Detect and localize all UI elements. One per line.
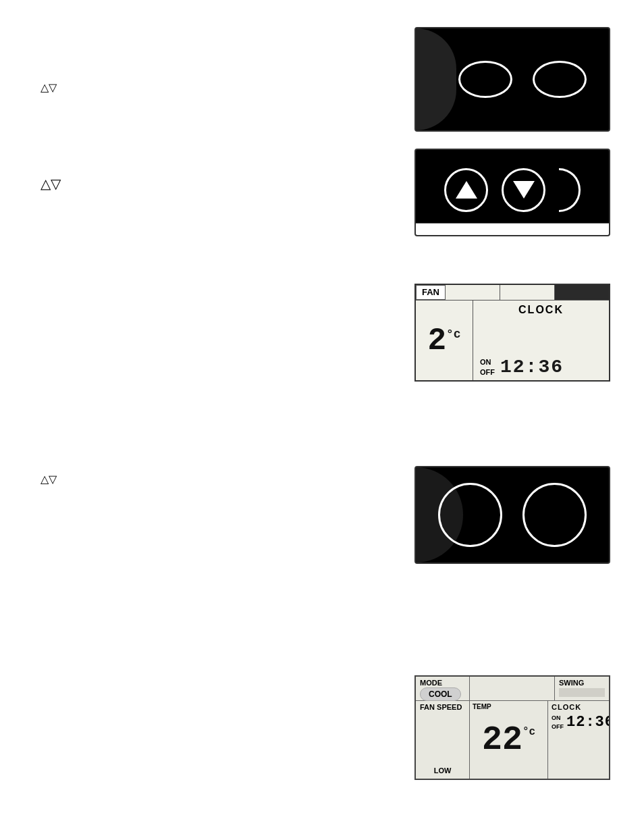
temp-big-deg: °c <box>522 727 535 737</box>
remote-panel-image-1 <box>414 27 610 144</box>
clock-on-label: ON <box>552 714 564 723</box>
triangle-down-icon <box>513 181 535 199</box>
temp-label: TEMP <box>473 703 491 710</box>
down-button[interactable] <box>502 168 545 212</box>
panel-inner-1 <box>416 28 609 130</box>
on-off-labels: ON OFF <box>480 357 495 377</box>
panel-bottom-bar <box>416 223 609 235</box>
off-label: OFF <box>480 367 495 377</box>
clock-title-label: CLOCK <box>552 703 606 711</box>
mode-cell: MODE COOL <box>416 677 470 700</box>
on-label: ON <box>480 357 495 367</box>
panel-box-2 <box>414 149 610 236</box>
tab-2 <box>500 285 555 300</box>
panel-inner-4 <box>416 467 609 563</box>
temperature-display: 2°c <box>427 325 460 357</box>
large-circle-button-2[interactable] <box>522 483 587 547</box>
lcd-clock-section: CLOCK ON OFF 12:36 <box>473 301 609 381</box>
clock-label: CLOCK <box>480 304 602 316</box>
lcd-tabs <box>446 285 609 300</box>
clock-on-off-labels: ON OFF <box>552 714 564 731</box>
panel-inner-2 <box>416 150 609 223</box>
panel-curve-1 <box>416 28 456 130</box>
lcd-display-image-3: FAN 2°c CLOCK ON OFF 1 <box>414 284 610 394</box>
fan-speed-label: FAN SPEED <box>420 703 465 711</box>
up-down-arrows-2: △▽ <box>41 176 61 191</box>
tab-1 <box>446 285 500 300</box>
mode-label: MODE <box>420 679 442 687</box>
section-1-arrows: △▽ <box>41 81 57 94</box>
clock-cell: CLOCK ON OFF 12:36 <box>548 701 609 779</box>
panel-box-4 <box>414 466 610 564</box>
panel-box-1 <box>414 27 610 132</box>
remote-panel-image-4 <box>414 466 610 576</box>
clock-time-value: 12:36 <box>500 357 564 377</box>
swing-cell: SWING <box>555 677 609 700</box>
large-circle-button-1[interactable] <box>438 483 502 547</box>
lcd-body: 2°c CLOCK ON OFF 12:36 <box>416 301 609 381</box>
up-button[interactable] <box>444 168 488 212</box>
tab-dark <box>555 285 609 300</box>
temp-big-display: 22°c <box>482 723 535 757</box>
fan-speed-cell: FAN SPEED LOW <box>416 701 470 779</box>
partial-circle-button[interactable] <box>559 168 581 212</box>
section-2-arrows: △▽ <box>41 176 61 192</box>
up-down-arrows-3: △▽ <box>41 473 57 485</box>
temp-cell: TEMP 22°c <box>470 701 548 779</box>
cool-badge: COOL <box>420 687 461 701</box>
oval-button-1[interactable] <box>458 61 512 98</box>
lcd-box-5: MODE COOL SWING FAN SPEED LOW TEMP 22°c <box>414 675 610 780</box>
section-3-arrows: △▽ <box>41 473 57 486</box>
temp-big-value: 22 <box>482 723 522 757</box>
lcd-box-3: FAN 2°c CLOCK ON OFF 1 <box>414 284 610 382</box>
clock-off-label: OFF <box>552 723 564 731</box>
lcd5-top-row: MODE COOL SWING <box>416 677 609 701</box>
lcd-display-image-5: MODE COOL SWING FAN SPEED LOW TEMP 22°c <box>414 675 610 792</box>
clock-time-row: ON OFF 12:36 <box>552 714 606 731</box>
temp-degree: °c <box>446 328 461 340</box>
swing-box <box>559 688 605 697</box>
clock-time-display: 12:36 <box>566 714 610 731</box>
fan-tab: FAN <box>416 285 446 300</box>
swing-label: SWING <box>559 679 605 687</box>
triangle-up-icon <box>456 181 477 199</box>
remote-panel-image-2 <box>414 149 610 249</box>
middle-empty-cell <box>470 677 555 700</box>
temp-value: 2 <box>427 325 446 357</box>
lcd-temp-section: 2°c <box>416 301 473 381</box>
oval-button-2[interactable] <box>533 61 587 98</box>
lcd-header: FAN <box>416 285 609 301</box>
lcd5-bottom-row: FAN SPEED LOW TEMP 22°c CLOCK ON OFF 12:… <box>416 701 609 779</box>
clock-on-off-row: ON OFF 12:36 <box>480 357 602 377</box>
low-label: LOW <box>420 766 465 777</box>
up-down-arrows-1: △▽ <box>41 82 57 93</box>
